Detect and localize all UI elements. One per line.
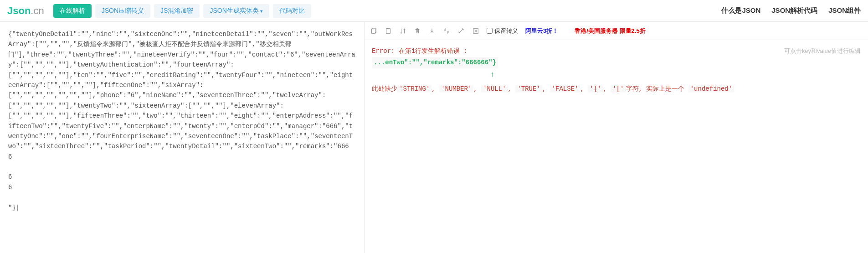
token-undefined: 'undefined' [688,85,734,93]
nav-right: 什么是JSON JSON解析代码 JSON组件 [721,6,861,15]
keep-escape-input[interactable] [487,28,493,34]
download-icon[interactable] [428,27,436,35]
nav-parse-code[interactable]: JSON解析代码 [771,6,817,15]
result-pane: 保留转义 阿里云3折！ 香港/美国服务器 限量2.5折 可点击key和value… [365,22,868,253]
svg-rect-1 [386,28,390,33]
token-false: 'FALSE' [550,85,580,93]
wand-icon[interactable] [457,27,465,35]
nav-component[interactable]: JSON组件 [828,6,861,15]
error-snippet: ...enTwo":"","remarks":"666666"} [372,57,498,68]
result-area: 可点击key和value值进行编辑 Error: 在第1行发生解析错误 : ..… [365,40,868,253]
token-null: 'NULL' [481,85,508,93]
cancel-icon[interactable] [472,27,479,35]
promo-server[interactable]: 香港/美国服务器 限量2.5折 [575,27,645,35]
keep-escape-label: 保留转义 [494,27,518,35]
error-prefix: Error: [372,47,399,55]
json-input[interactable]: {"twentyOneDetail":"","nine":"","sixteen… [0,22,365,253]
error-msg-prefix: 此处缺少 [372,85,397,93]
compress-button[interactable]: JSON压缩转义 [95,4,150,18]
token-true: 'TRUE' [515,85,542,93]
keep-escape-checkbox[interactable]: 保留转义 [487,27,518,35]
error-msg-middle: 字符, 实际上是一个 [626,85,688,93]
error-location: 在第1行发生解析错误 : [399,47,467,55]
token-bracket: '[' [611,85,626,93]
logo-text-cn: .cn [31,5,44,16]
main-area: {"twentyOneDetail":"","nine":"","sixteen… [0,22,868,253]
logo[interactable]: Json.cn [7,5,44,17]
top-bar: Json.cn 在线解析 JSON压缩转义 JS混淆加密 JSON生成实体类 代… [0,0,868,22]
paste-icon[interactable] [385,27,392,35]
result-toolbar: 保留转义 阿里云3折！ 香港/美国服务器 限量2.5折 [365,22,868,40]
token-brace: '{' [588,85,603,93]
nav-what-is-json[interactable]: 什么是JSON [721,6,760,15]
error-message: 此处缺少'STRING', 'NUMBER', 'NULL', 'TRUE', … [372,83,861,95]
logo-text-json: Json [7,5,31,16]
promo-aliyun[interactable]: 阿里云3折！ [525,27,558,35]
compress-icon[interactable] [443,27,450,35]
parse-button[interactable]: 在线解析 [53,4,92,18]
diff-button[interactable]: 代码对比 [273,4,311,18]
delete-icon[interactable] [414,27,421,35]
entity-dropdown[interactable]: JSON生成实体类 [203,4,269,18]
arrow-up-icon: ↑ [490,68,861,82]
error-snippet-line: ...enTwo":"","remarks":"666666"} [372,57,861,68]
edit-hint: 可点击key和value值进行编辑 [784,46,861,56]
sort-icon[interactable] [399,27,406,35]
token-string: 'STRING' [397,85,431,93]
token-number: 'NUMBER' [439,85,473,93]
svg-rect-0 [372,29,375,33]
copy-icon[interactable] [370,27,377,35]
obfuscate-button[interactable]: JS混淆加密 [154,4,200,18]
